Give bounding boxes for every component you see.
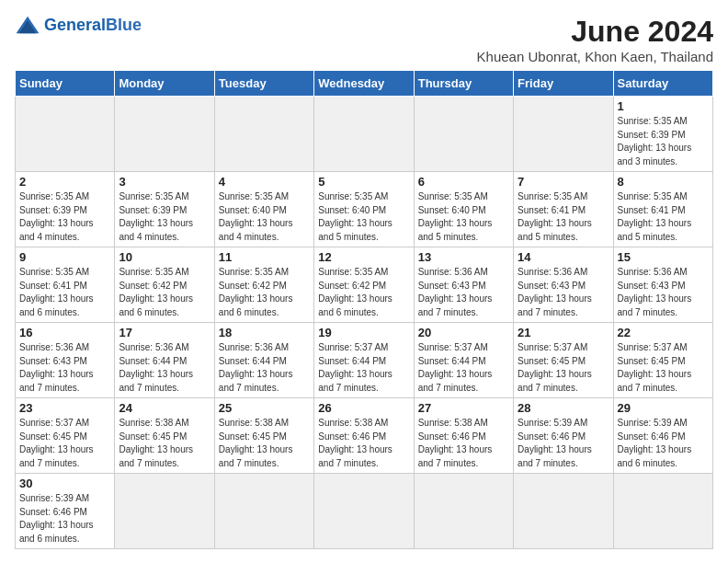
calendar-day-cell: 1Sunrise: 5:35 AM Sunset: 6:39 PM Daylig… [613,97,712,172]
calendar-day-cell: 29Sunrise: 5:39 AM Sunset: 6:46 PM Dayli… [613,398,712,474]
day-number: 16 [19,326,110,339]
weekday-header-saturday: Saturday [613,71,712,97]
day-info: Sunrise: 5:36 AM Sunset: 6:44 PM Dayligh… [219,341,310,395]
calendar-day-cell: 7Sunrise: 5:35 AM Sunset: 6:41 PM Daylig… [514,172,613,247]
calendar-day-cell: 18Sunrise: 5:36 AM Sunset: 6:44 PM Dayli… [214,323,313,398]
day-info: Sunrise: 5:36 AM Sunset: 6:43 PM Dayligh… [618,266,709,319]
calendar-day-cell [314,97,414,172]
day-number: 20 [418,326,509,339]
calendar-day-cell: 16Sunrise: 5:36 AM Sunset: 6:43 PM Dayli… [16,323,115,398]
calendar-week-row: 30Sunrise: 5:39 AM Sunset: 6:46 PM Dayli… [16,474,713,549]
day-info: Sunrise: 5:35 AM Sunset: 6:40 PM Dayligh… [219,190,310,244]
calendar-day-cell: 27Sunrise: 5:38 AM Sunset: 6:46 PM Dayli… [414,398,513,474]
day-info: Sunrise: 5:35 AM Sunset: 6:41 PM Dayligh… [19,266,110,319]
calendar-day-cell: 5Sunrise: 5:35 AM Sunset: 6:40 PM Daylig… [314,172,414,247]
day-number: 1 [618,99,709,113]
calendar-week-row: 16Sunrise: 5:36 AM Sunset: 6:43 PM Dayli… [16,323,713,398]
weekday-header-row: SundayMondayTuesdayWednesdayThursdayFrid… [16,71,713,97]
day-number: 15 [618,250,709,264]
day-info: Sunrise: 5:35 AM Sunset: 6:42 PM Dayligh… [219,266,310,319]
day-info: Sunrise: 5:35 AM Sunset: 6:40 PM Dayligh… [418,190,509,244]
day-info: Sunrise: 5:39 AM Sunset: 6:46 PM Dayligh… [618,417,709,470]
day-number: 28 [518,401,609,415]
month-title: June 2024 [477,15,713,49]
title-block: June 2024 Khuean Ubonrat, Khon Kaen, Tha… [477,15,713,64]
day-info: Sunrise: 5:36 AM Sunset: 6:43 PM Dayligh… [418,266,509,319]
calendar-day-cell: 14Sunrise: 5:36 AM Sunset: 6:43 PM Dayli… [514,247,613,323]
day-info: Sunrise: 5:38 AM Sunset: 6:46 PM Dayligh… [318,417,409,470]
day-number: 2 [19,175,110,189]
day-number: 29 [618,401,709,415]
weekday-header-wednesday: Wednesday [314,71,414,97]
day-number: 5 [318,175,409,189]
calendar-week-row: 2Sunrise: 5:35 AM Sunset: 6:39 PM Daylig… [16,172,713,247]
day-info: Sunrise: 5:35 AM Sunset: 6:39 PM Dayligh… [119,190,210,244]
calendar-day-cell [16,97,115,172]
calendar-day-cell: 23Sunrise: 5:37 AM Sunset: 6:45 PM Dayli… [16,398,115,474]
day-info: Sunrise: 5:36 AM Sunset: 6:43 PM Dayligh… [518,266,609,319]
calendar-day-cell: 28Sunrise: 5:39 AM Sunset: 6:46 PM Dayli… [514,398,613,474]
day-info: Sunrise: 5:36 AM Sunset: 6:44 PM Dayligh… [119,341,210,395]
calendar-day-cell [214,474,313,549]
day-number: 17 [119,326,210,339]
logo-text: GeneralBlue [44,17,142,33]
day-number: 14 [518,250,609,264]
calendar-day-cell [314,474,414,549]
calendar-week-row: 23Sunrise: 5:37 AM Sunset: 6:45 PM Dayli… [16,398,713,474]
calendar-day-cell: 6Sunrise: 5:35 AM Sunset: 6:40 PM Daylig… [414,172,513,247]
calendar-table: SundayMondayTuesdayWednesdayThursdayFrid… [15,70,713,549]
calendar-day-cell: 15Sunrise: 5:36 AM Sunset: 6:43 PM Dayli… [613,247,712,323]
weekday-header-tuesday: Tuesday [214,71,313,97]
day-info: Sunrise: 5:39 AM Sunset: 6:46 PM Dayligh… [518,417,609,470]
day-number: 6 [418,175,509,189]
calendar-day-cell: 21Sunrise: 5:37 AM Sunset: 6:45 PM Dayli… [514,323,613,398]
day-info: Sunrise: 5:37 AM Sunset: 6:45 PM Dayligh… [618,341,709,395]
day-info: Sunrise: 5:35 AM Sunset: 6:42 PM Dayligh… [119,266,210,319]
weekday-header-sunday: Sunday [16,71,115,97]
calendar-day-cell: 30Sunrise: 5:39 AM Sunset: 6:46 PM Dayli… [16,474,115,549]
calendar-day-cell: 9Sunrise: 5:35 AM Sunset: 6:41 PM Daylig… [16,247,115,323]
day-info: Sunrise: 5:37 AM Sunset: 6:44 PM Dayligh… [418,341,509,395]
calendar-day-cell: 26Sunrise: 5:38 AM Sunset: 6:46 PM Dayli… [314,398,414,474]
location-title: Khuean Ubonrat, Khon Kaen, Thailand [477,49,713,64]
day-info: Sunrise: 5:37 AM Sunset: 6:44 PM Dayligh… [318,341,409,395]
calendar-day-cell: 8Sunrise: 5:35 AM Sunset: 6:41 PM Daylig… [613,172,712,247]
day-info: Sunrise: 5:37 AM Sunset: 6:45 PM Dayligh… [518,341,609,395]
day-number: 9 [19,250,110,264]
day-number: 3 [119,175,210,189]
day-number: 24 [119,401,210,415]
day-info: Sunrise: 5:35 AM Sunset: 6:41 PM Dayligh… [618,190,709,244]
day-info: Sunrise: 5:35 AM Sunset: 6:41 PM Dayligh… [518,190,609,244]
day-number: 7 [518,175,609,189]
day-info: Sunrise: 5:37 AM Sunset: 6:45 PM Dayligh… [19,417,110,470]
weekday-header-monday: Monday [115,71,214,97]
logo-icon [15,15,40,35]
day-info: Sunrise: 5:35 AM Sunset: 6:42 PM Dayligh… [318,266,409,319]
calendar-day-cell: 19Sunrise: 5:37 AM Sunset: 6:44 PM Dayli… [314,323,414,398]
logo: GeneralBlue [15,15,142,35]
calendar-day-cell [414,474,513,549]
day-info: Sunrise: 5:38 AM Sunset: 6:45 PM Dayligh… [119,417,210,470]
calendar-day-cell: 12Sunrise: 5:35 AM Sunset: 6:42 PM Dayli… [314,247,414,323]
day-number: 12 [318,250,409,264]
day-info: Sunrise: 5:35 AM Sunset: 6:40 PM Dayligh… [318,190,409,244]
day-info: Sunrise: 5:35 AM Sunset: 6:39 PM Dayligh… [618,115,709,168]
day-number: 10 [119,250,210,264]
calendar-day-cell: 24Sunrise: 5:38 AM Sunset: 6:45 PM Dayli… [115,398,214,474]
day-number: 25 [219,401,310,415]
day-info: Sunrise: 5:38 AM Sunset: 6:46 PM Dayligh… [418,417,509,470]
calendar-day-cell [214,97,313,172]
calendar-week-row: 9Sunrise: 5:35 AM Sunset: 6:41 PM Daylig… [16,247,713,323]
calendar-day-cell [414,97,513,172]
day-info: Sunrise: 5:39 AM Sunset: 6:46 PM Dayligh… [19,492,110,546]
calendar-day-cell: 13Sunrise: 5:36 AM Sunset: 6:43 PM Dayli… [414,247,513,323]
calendar-day-cell [115,97,214,172]
calendar-day-cell: 3Sunrise: 5:35 AM Sunset: 6:39 PM Daylig… [115,172,214,247]
calendar-day-cell: 11Sunrise: 5:35 AM Sunset: 6:42 PM Dayli… [214,247,313,323]
day-info: Sunrise: 5:38 AM Sunset: 6:45 PM Dayligh… [219,417,310,470]
calendar-day-cell: 25Sunrise: 5:38 AM Sunset: 6:45 PM Dayli… [214,398,313,474]
weekday-header-thursday: Thursday [414,71,513,97]
calendar-week-row: 1Sunrise: 5:35 AM Sunset: 6:39 PM Daylig… [16,97,713,172]
calendar-day-cell: 20Sunrise: 5:37 AM Sunset: 6:44 PM Dayli… [414,323,513,398]
day-number: 13 [418,250,509,264]
